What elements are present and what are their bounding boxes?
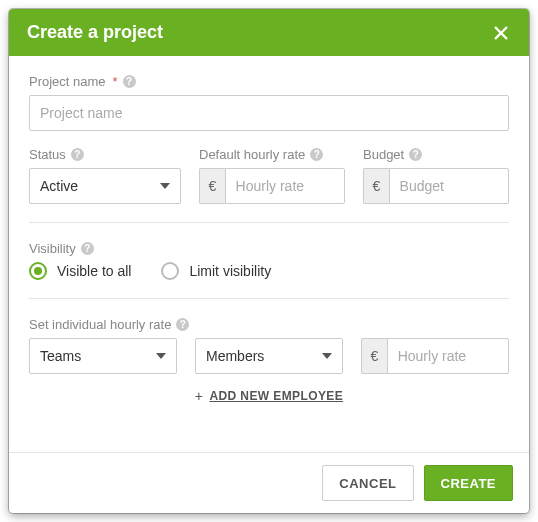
help-icon[interactable]: ? <box>71 148 84 161</box>
default-rate-field: Default hourly rate ? € <box>199 147 345 204</box>
visibility-label: Visibility ? <box>29 241 509 256</box>
visibility-options: Visible to all Limit visibility <box>29 262 509 280</box>
currency-prefix: € <box>363 168 389 204</box>
divider <box>29 298 509 299</box>
help-icon[interactable]: ? <box>81 242 94 255</box>
project-name-input[interactable] <box>29 95 509 131</box>
dialog-title: Create a project <box>27 22 163 43</box>
required-mark: * <box>113 74 118 89</box>
status-field: Status ? Active <box>29 147 181 204</box>
radio-bullet-icon <box>29 262 47 280</box>
label-text: Status <box>29 147 66 162</box>
label-text: Default hourly rate <box>199 147 305 162</box>
close-button[interactable] <box>491 23 511 43</box>
label-text: Project name <box>29 74 106 89</box>
status-rate-budget-row: Status ? Active Default hourly rate ? € <box>29 147 509 204</box>
radio-bullet-icon <box>161 262 179 280</box>
default-rate-input[interactable] <box>225 168 345 204</box>
individual-rate-input[interactable] <box>387 338 509 374</box>
radio-label: Visible to all <box>57 263 131 279</box>
budget-label: Budget ? <box>363 147 509 162</box>
cancel-button[interactable]: CANCEL <box>322 465 413 501</box>
label-text: Budget <box>363 147 404 162</box>
individual-rate-field: € <box>361 338 509 374</box>
project-name-label: Project name * ? <box>29 74 509 89</box>
members-select[interactable]: Members <box>195 338 343 374</box>
help-icon[interactable]: ? <box>123 75 136 88</box>
label-text: Visibility <box>29 241 76 256</box>
create-button[interactable]: CREATE <box>424 465 513 501</box>
radio-limit-visibility[interactable]: Limit visibility <box>161 262 271 280</box>
members-field: Members <box>195 338 343 374</box>
status-value: Active <box>40 178 78 194</box>
close-icon <box>493 25 509 41</box>
help-icon[interactable]: ? <box>176 318 189 331</box>
divider <box>29 222 509 223</box>
currency-prefix: € <box>199 168 225 204</box>
radio-label: Limit visibility <box>189 263 271 279</box>
individual-rate-row: Teams Members € <box>29 338 509 374</box>
cancel-label: CANCEL <box>339 476 396 491</box>
chevron-down-icon <box>156 353 166 359</box>
currency-prefix: € <box>361 338 387 374</box>
create-label: CREATE <box>441 476 496 491</box>
create-project-dialog: Create a project Project name * ? Status… <box>9 9 529 513</box>
help-icon[interactable]: ? <box>409 148 422 161</box>
default-rate-label: Default hourly rate ? <box>199 147 345 162</box>
add-new-employee-button[interactable]: + ADD NEW EMPLOYEE <box>29 388 509 404</box>
teams-field: Teams <box>29 338 177 374</box>
plus-icon: + <box>195 388 204 404</box>
dialog-header: Create a project <box>9 9 529 56</box>
budget-field: Budget ? € <box>363 147 509 204</box>
dialog-footer: CANCEL CREATE <box>9 452 529 513</box>
chevron-down-icon <box>160 183 170 189</box>
status-select[interactable]: Active <box>29 168 181 204</box>
add-employee-label: ADD NEW EMPLOYEE <box>209 389 343 403</box>
chevron-down-icon <box>322 353 332 359</box>
project-name-field: Project name * ? <box>29 74 509 131</box>
dialog-body: Project name * ? Status ? Active <box>9 56 529 452</box>
teams-value: Teams <box>40 348 81 364</box>
label-text: Set individual hourly rate <box>29 317 171 332</box>
members-value: Members <box>206 348 264 364</box>
help-icon[interactable]: ? <box>310 148 323 161</box>
status-label: Status ? <box>29 147 181 162</box>
individual-rate-label: Set individual hourly rate ? <box>29 317 509 332</box>
radio-visible-to-all[interactable]: Visible to all <box>29 262 131 280</box>
teams-select[interactable]: Teams <box>29 338 177 374</box>
budget-input[interactable] <box>389 168 509 204</box>
